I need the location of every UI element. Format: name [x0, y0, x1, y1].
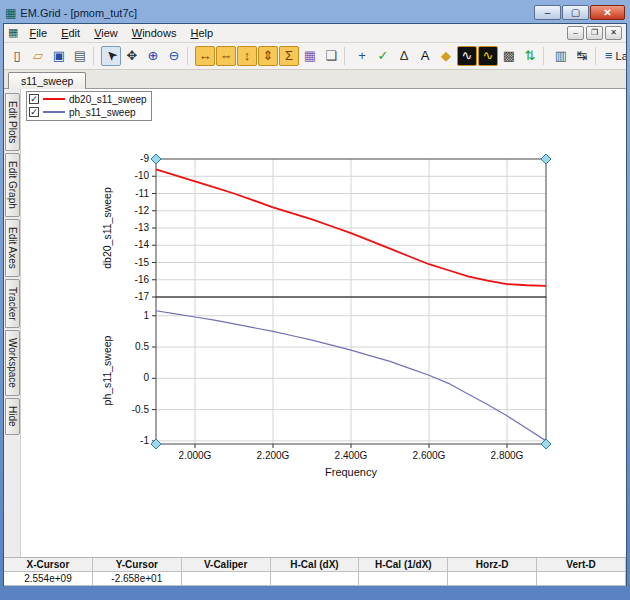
autoscale-button[interactable]: Σ — [279, 46, 299, 66]
tile-windows-icon: ❏ — [325, 49, 337, 62]
menu-edit[interactable]: Edit — [54, 25, 87, 41]
trace-check-button[interactable]: ✓ — [373, 46, 393, 66]
side-tab-tracker[interactable]: Tracker — [5, 279, 20, 329]
zoom-out-button[interactable]: ⊖ — [164, 46, 184, 66]
y-tick-label: -0.5 — [132, 403, 150, 414]
select-cursor-button[interactable]: ➤ — [101, 46, 121, 66]
x-tick-label: 2.600G — [413, 450, 446, 461]
text-annotation-icon: A — [421, 49, 430, 62]
open-folder-button[interactable]: ▱ — [28, 46, 48, 66]
tile-windows-button[interactable]: ❏ — [321, 46, 341, 66]
cursor-value-6 — [537, 572, 626, 586]
select-cursor-icon: ➤ — [103, 47, 120, 64]
app-logo-icon: ▦ — [5, 7, 16, 19]
y-tick-label: -16 — [135, 274, 150, 285]
cursor-col-h-cal-1-dx-: H-Cal (1/dX) — [359, 558, 448, 572]
side-tab-hide[interactable]: Hide — [5, 398, 20, 435]
plot-resize-handle[interactable] — [151, 154, 161, 164]
x-tick-label: 2.400G — [335, 450, 368, 461]
mdi-minimize-button[interactable]: – — [567, 26, 584, 40]
cursor-value-1: -2.658e+01 — [93, 572, 182, 586]
legend-checkbox-ph_s11_sweep[interactable]: ✓ — [29, 107, 39, 117]
delta-measure-button[interactable]: Δ — [394, 46, 414, 66]
legend-row-ph_s11_sweep: ✓ph_s11_sweep — [29, 106, 147, 119]
side-tab-edit-graph[interactable]: Edit Graph — [5, 153, 20, 217]
x-tick-label: 2.000G — [179, 450, 212, 461]
scope-display-icon: ∿ — [462, 49, 473, 62]
zoom-in-icon: ⊕ — [148, 49, 159, 62]
cursor-value-2 — [182, 572, 271, 586]
menu-bar: ▦ FileEditViewWindowsHelp – ❐ ✕ — [4, 24, 626, 43]
menu-items: FileEditViewWindowsHelp — [22, 25, 220, 41]
cursor-col-x-cursor: X-Cursor — [4, 558, 93, 572]
color-marker-icon: ◆ — [441, 49, 451, 62]
window-controls: – ▢ ✕ — [534, 5, 625, 20]
horizontal-measure-icon: ↹ — [577, 49, 588, 62]
legend-checkbox-db20_s11_sweep[interactable]: ✓ — [29, 94, 39, 104]
fit-vertical-button[interactable]: ↕ — [237, 46, 257, 66]
shrink-horizontal-button[interactable]: ⇔ — [216, 46, 236, 66]
layout-list-icon: ≡ — [605, 48, 613, 63]
toolbar-separator — [344, 47, 349, 65]
zoom-in-button[interactable]: ⊕ — [143, 46, 163, 66]
mdi-close-button[interactable]: ✕ — [605, 26, 622, 40]
delta-measure-icon: Δ — [400, 49, 409, 62]
layout-selector-button[interactable]: ≡Layou — [605, 48, 626, 63]
tab-s11-sweep[interactable]: s11_sweep — [8, 72, 86, 89]
menu-windows[interactable]: Windows — [125, 25, 184, 41]
close-button[interactable]: ✕ — [590, 5, 625, 20]
scope-display-button[interactable]: ∿ — [457, 46, 477, 66]
window-resize-bar[interactable] — [3, 586, 627, 600]
print-button[interactable]: ▤ — [70, 46, 90, 66]
toolbar-separator — [187, 47, 192, 65]
menu-help[interactable]: Help — [183, 25, 220, 41]
fit-horizontal-icon: ↔ — [199, 49, 212, 62]
side-tab-edit-axes[interactable]: Edit Axes — [5, 219, 20, 277]
snapshot-button[interactable]: ▥ — [551, 46, 571, 66]
side-tab-workspace[interactable]: Workspace — [5, 330, 20, 396]
grid-toggle-icon: ▦ — [304, 49, 316, 62]
mdi-restore-button[interactable]: ❐ — [586, 26, 603, 40]
minimize-button[interactable]: – — [534, 5, 561, 20]
window-title: EM.Grid - [pmom_tut7c] — [20, 7, 530, 19]
pan-hand-button[interactable]: ✥ — [122, 46, 142, 66]
menu-view[interactable]: View — [87, 25, 125, 41]
y-tick-label: -12 — [135, 205, 150, 216]
legend-label: db20_s11_sweep — [69, 94, 147, 105]
persistence-grid-icon: ▩ — [503, 49, 515, 62]
side-tab-strip: Edit PlotsEdit GraphEdit AxesTrackerWork… — [4, 89, 21, 557]
eye-diagram-icon: ∿ — [483, 49, 494, 62]
x-tick-label: 2.800G — [491, 450, 524, 461]
side-tab-edit-plots[interactable]: Edit Plots — [5, 93, 20, 151]
document-icon[interactable]: ▦ — [8, 26, 18, 39]
cursor-col-y-cursor: Y-Cursor — [93, 558, 182, 572]
y-tick-label: 0.5 — [135, 341, 149, 352]
add-marker-icon: + — [358, 49, 366, 62]
y-tick-label: 0 — [143, 372, 149, 383]
plot-resize-handle[interactable] — [541, 154, 551, 164]
menu-file[interactable]: File — [22, 25, 54, 41]
title-bar[interactable]: ▦ EM.Grid - [pmom_tut7c] – ▢ ✕ — [3, 2, 627, 23]
plot-canvas[interactable]: 2.000G2.200G2.400G2.600G2.800G-9-10-11-1… — [21, 89, 626, 489]
text-annotation-button[interactable]: A — [415, 46, 435, 66]
fit-horizontal-button[interactable]: ↔ — [195, 46, 215, 66]
add-marker-button[interactable]: + — [352, 46, 372, 66]
eye-diagram-button[interactable]: ∿ — [478, 46, 498, 66]
layout-selector-label: Layou — [616, 50, 626, 62]
persistence-grid-button[interactable]: ▩ — [499, 46, 519, 66]
save-button[interactable]: ▣ — [49, 46, 69, 66]
fit-trace-vertical-button[interactable]: ⇅ — [520, 46, 540, 66]
maximize-button[interactable]: ▢ — [562, 5, 589, 20]
y-tick-label: -11 — [135, 187, 149, 198]
mdi-window-controls: – ❐ ✕ — [567, 26, 624, 40]
legend: ✓db20_s11_sweep✓ph_s11_sweep — [26, 91, 152, 121]
new-document-button[interactable]: ▯ — [7, 46, 27, 66]
shrink-vertical-button[interactable]: ⇕ — [258, 46, 278, 66]
color-marker-button[interactable]: ◆ — [436, 46, 456, 66]
horizontal-measure-button[interactable]: ↹ — [572, 46, 592, 66]
grid-toggle-button[interactable]: ▦ — [300, 46, 320, 66]
pan-hand-icon: ✥ — [127, 49, 138, 62]
toolbar: ▯▱▣▤➤✥⊕⊖↔⇔↕⇕Σ▦❏+✓ΔA◆∿∿▩⇅▥↹≡Layou — [4, 43, 626, 70]
cursor-value-0: 2.554e+09 — [4, 572, 93, 586]
fit-vertical-icon: ↕ — [244, 49, 251, 62]
